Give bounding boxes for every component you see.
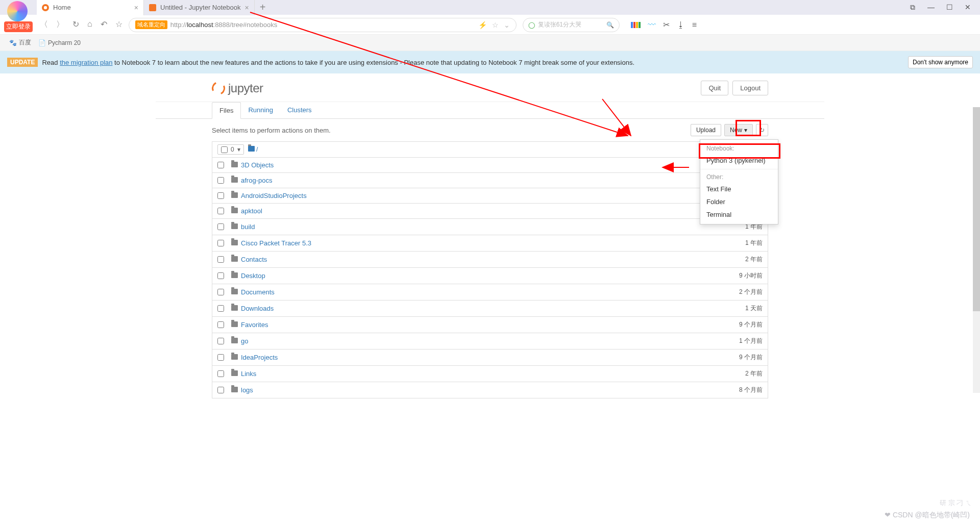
bookmark-baidu[interactable]: 🐾百度 (9, 38, 31, 47)
file-name[interactable]: Desktop (241, 272, 265, 280)
row-checkbox[interactable] (217, 272, 224, 279)
row-checkbox[interactable] (217, 387, 224, 393)
caret-down-icon[interactable]: ▾ (237, 146, 240, 153)
row-checkbox[interactable] (217, 256, 224, 263)
grid-icon[interactable] (631, 22, 641, 28)
file-name[interactable]: 3D Objects (241, 161, 274, 169)
bookmark-star-icon[interactable]: ☆ (492, 21, 499, 29)
row-checkbox[interactable] (217, 354, 224, 361)
file-name[interactable]: apktool (241, 207, 262, 215)
dropdown-item-python3[interactable]: Python 3 (ipykernel) (700, 154, 778, 167)
row-checkbox[interactable] (217, 305, 224, 312)
dismiss-banner-button[interactable]: Don't show anymore (908, 56, 973, 68)
jupyter-logo[interactable]: jupyter (212, 81, 263, 95)
table-row[interactable]: build 1 年前 (212, 219, 768, 235)
new-tab-button[interactable]: + (255, 2, 271, 13)
file-name[interactable]: logs (241, 386, 253, 394)
reload-icon[interactable]: ↻ (72, 19, 79, 30)
forward-icon[interactable]: 〉 (56, 19, 64, 30)
upload-button[interactable]: Upload (691, 124, 721, 136)
search-input[interactable]: ◯ 复读张61分大哭 🔍 (523, 18, 620, 32)
row-checkbox[interactable] (217, 192, 224, 199)
table-row[interactable]: Links 2 年前 (212, 366, 768, 382)
row-checkbox[interactable] (217, 338, 224, 344)
file-name[interactable]: afrog-pocs (241, 177, 272, 184)
browser-tab-home[interactable]: Home × (37, 0, 144, 15)
dropdown-item-folder[interactable]: Folder (700, 195, 778, 208)
scrollbar-thumb[interactable] (973, 107, 980, 311)
file-name[interactable]: AndroidStudioProjects (241, 192, 307, 199)
table-row[interactable]: Downloads 1 天前 (212, 301, 768, 317)
flash-icon[interactable]: ⚡ (478, 21, 487, 29)
dropdown-item-terminal[interactable]: Terminal (700, 208, 778, 221)
file-name[interactable]: Documents (241, 288, 275, 296)
table-row[interactable]: 3D Objects (212, 158, 768, 173)
file-name[interactable]: build (241, 223, 255, 231)
tab-running[interactable]: Running (241, 102, 280, 118)
address-bar: 〈 〉 ↻ ⌂ ↶ ☆ 域名重定向 http://localhost:8888/… (0, 15, 980, 35)
tab-files[interactable]: Files (212, 102, 241, 119)
panel-icon[interactable]: ⧉ (905, 3, 920, 12)
scissors-icon[interactable]: ✂ (663, 20, 670, 30)
back-icon[interactable]: 〈 (40, 19, 48, 30)
table-row[interactable]: apktool (212, 204, 768, 219)
maximize-icon[interactable]: ☐ (942, 3, 957, 12)
paw-icon: 🐾 (9, 39, 17, 46)
row-checkbox[interactable] (217, 177, 224, 184)
table-row[interactable]: IdeaProjects 9 个月前 (212, 349, 768, 366)
migration-link[interactable]: the migration plan (60, 59, 112, 66)
table-row[interactable]: afrog-pocs (212, 173, 768, 188)
row-checkbox[interactable] (217, 240, 224, 246)
url-field[interactable]: 域名重定向 http://localhost:8888/tree#noteboo… (129, 18, 517, 32)
tab-clusters[interactable]: Clusters (280, 102, 319, 118)
select-all[interactable]: 0 ▾ (217, 144, 244, 155)
table-row[interactable]: go 1 个月前 (212, 333, 768, 349)
chevron-down-icon[interactable]: ⌄ (504, 21, 510, 29)
home-icon[interactable]: ⌂ (87, 19, 92, 30)
select-all-checkbox[interactable] (221, 146, 228, 153)
row-checkbox[interactable] (217, 370, 224, 377)
browser-tab-untitled[interactable]: Untitled - Jupyter Notebook × (144, 0, 255, 15)
table-row[interactable]: Desktop 9 小时前 (212, 268, 768, 284)
search-icon[interactable]: 🔍 (606, 21, 614, 29)
row-checkbox[interactable] (217, 321, 224, 328)
table-row[interactable]: Cisco Packet Tracer 5.3 1 年前 (212, 235, 768, 252)
dropdown-item-textfile[interactable]: Text File (700, 183, 778, 195)
menu-icon[interactable]: ≡ (692, 20, 697, 30)
row-checkbox[interactable] (217, 208, 224, 214)
redirect-badge: 域名重定向 (135, 20, 167, 29)
wave-icon[interactable]: 〰 (648, 20, 656, 30)
logout-button[interactable]: Logout (732, 81, 768, 95)
minimize-icon[interactable]: — (924, 3, 938, 12)
table-row[interactable]: Documents 2 个月前 (212, 284, 768, 301)
table-row[interactable]: AndroidStudioProjects (212, 188, 768, 204)
file-name[interactable]: Contacts (241, 256, 267, 263)
login-badge[interactable]: 立即登录 (0, 0, 35, 35)
new-button[interactable]: New▾ (724, 124, 753, 136)
file-name[interactable]: Favorites (241, 321, 268, 329)
close-icon[interactable]: × (245, 4, 249, 12)
undo-icon[interactable]: ↶ (101, 19, 107, 30)
file-name[interactable]: Downloads (241, 305, 274, 312)
star-icon[interactable]: ☆ (115, 19, 122, 30)
file-name[interactable]: go (241, 337, 248, 345)
refresh-button[interactable]: ↻ (756, 124, 768, 136)
table-row[interactable]: logs 8 个月前 (212, 382, 768, 398)
table-row[interactable]: Favorites 9 个月前 (212, 317, 768, 333)
close-icon[interactable]: × (134, 4, 138, 12)
file-name[interactable]: Cisco Packet Tracer 5.3 (241, 239, 311, 247)
bookmark-pycharm[interactable]: 📄Pycharm 20 (38, 39, 81, 46)
row-checkbox[interactable] (217, 289, 224, 295)
download-icon[interactable]: ⭳ (677, 20, 685, 30)
tab-title: Home (53, 4, 71, 11)
file-name[interactable]: Links (241, 370, 256, 378)
scrollbar[interactable] (973, 107, 980, 393)
quit-button[interactable]: Quit (701, 81, 728, 95)
breadcrumb[interactable]: / (248, 146, 258, 153)
row-checkbox[interactable] (217, 162, 224, 168)
close-window-icon[interactable]: ✕ (961, 3, 975, 12)
table-row[interactable]: Contacts 2 年前 (212, 252, 768, 268)
banner-text: Read the migration plan to Notebook 7 to… (42, 59, 634, 66)
file-name[interactable]: IdeaProjects (241, 354, 278, 361)
row-checkbox[interactable] (217, 223, 224, 230)
